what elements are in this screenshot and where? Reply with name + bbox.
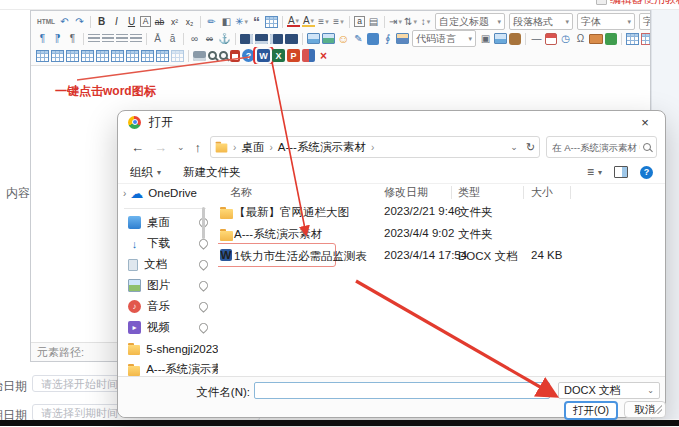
- baidu-map-icon[interactable]: [509, 33, 521, 45]
- align-right-icon[interactable]: [116, 34, 128, 43]
- sidebar-scrollbar[interactable]: [202, 207, 205, 239]
- resize-grip[interactable]: [652, 404, 662, 414]
- insert-image-icon[interactable]: [307, 33, 320, 44]
- font-family-select[interactable]: 字体▾: [577, 13, 635, 30]
- filetype-select[interactable]: DOCX 文档 ⌄: [558, 382, 660, 399]
- file-row[interactable]: W1铁力市生活必需品监测表2023/4/14 17:54DOCX 文档24 KB: [218, 245, 663, 267]
- address-bar[interactable]: ›桌面›A---系统演示素材› ⌄ ↻: [210, 136, 540, 158]
- special-char-icon[interactable]: Ω: [574, 32, 587, 46]
- sidebar-item-folder[interactable]: 5-shengji2023(: [118, 338, 218, 359]
- horizontal-rule-icon[interactable]: —: [530, 32, 543, 46]
- view-options-button[interactable]: ≡ ▾: [587, 165, 602, 179]
- table-merge-cells-icon[interactable]: [96, 50, 109, 62]
- letter-spacing-icon[interactable]: Ā: [151, 32, 164, 46]
- paragraph-mark-icon[interactable]: ¶: [66, 32, 79, 46]
- background-color-icon[interactable]: A: [302, 16, 315, 27]
- superscript-icon[interactable]: x²: [168, 15, 181, 29]
- sidebar-item-pictures[interactable]: 图片: [118, 275, 218, 296]
- paragraph-format-select[interactable]: 段落格式▾: [509, 13, 573, 30]
- link-icon[interactable]: ∞: [188, 32, 201, 46]
- background-icon[interactable]: [367, 33, 379, 45]
- strikethrough-icon[interactable]: ab: [153, 15, 166, 29]
- line-height-icon[interactable]: ↕: [419, 15, 432, 29]
- breadcrumb-segment[interactable]: 桌面: [241, 140, 264, 155]
- snapshot-icon[interactable]: [396, 33, 409, 44]
- import-word-icon[interactable]: W: [257, 49, 270, 62]
- recent-locations-icon[interactable]: ⌄: [177, 142, 185, 152]
- char-border-icon[interactable]: A: [140, 16, 151, 27]
- table-title-icon[interactable]: [156, 50, 169, 62]
- template-icon[interactable]: [605, 33, 617, 45]
- scrawl-icon[interactable]: ✎: [352, 32, 365, 46]
- anchor-icon[interactable]: ⚓: [218, 32, 231, 46]
- table-delete-row-icon[interactable]: [66, 50, 79, 62]
- info-icon[interactable]: ?: [640, 166, 653, 179]
- align-left-icon[interactable]: [88, 34, 100, 43]
- image-center-icon[interactable]: [255, 34, 268, 44]
- file-row[interactable]: 【最新】官网通栏大图2023/2/21 9:46文件夹: [218, 201, 663, 223]
- sidebar-item-music[interactable]: ♪音乐: [118, 296, 218, 317]
- paste-icon[interactable]: [230, 50, 240, 62]
- table-insert-row-icon[interactable]: [36, 50, 49, 62]
- font-size-select[interactable]: 字号▾: [639, 13, 650, 30]
- font-color-icon[interactable]: A: [287, 16, 300, 27]
- up-icon[interactable]: ↑: [195, 140, 202, 155]
- insert-code-icon[interactable]: ▣: [479, 32, 492, 46]
- table-insert-col-icon[interactable]: [51, 50, 64, 62]
- auto-typeset-icon[interactable]: ✳: [235, 15, 248, 29]
- table-sort-icon[interactable]: [171, 50, 184, 62]
- image-block-icon[interactable]: [285, 34, 298, 44]
- source-code-icon[interactable]: HTML: [36, 15, 56, 29]
- forward-icon[interactable]: →: [154, 140, 167, 155]
- filename-input[interactable]: [254, 382, 550, 399]
- table-merge-right-icon[interactable]: [126, 50, 139, 62]
- insert-frame-icon[interactable]: [265, 16, 278, 28]
- lowercase-icon[interactable]: a: [354, 16, 365, 27]
- sidebar-item-documents[interactable]: 文档: [118, 254, 218, 275]
- custom-title-select[interactable]: 自定义标题▾: [435, 13, 505, 30]
- print-icon[interactable]: [193, 51, 206, 61]
- import-excel-icon[interactable]: X: [272, 49, 285, 62]
- sidebar-item-folder[interactable]: A---系统演示素: [118, 359, 218, 377]
- search-input[interactable]: [547, 137, 656, 157]
- ltr-paragraph-icon[interactable]: ¶: [36, 32, 49, 46]
- format-brush-icon[interactable]: ✏: [205, 15, 218, 29]
- blockquote-icon[interactable]: “: [250, 15, 263, 29]
- sidebar-item-onedrive[interactable]: › ☁ OneDrive: [118, 183, 218, 203]
- column-header-1[interactable]: 名称: [230, 185, 252, 200]
- expander-icon[interactable]: ›: [123, 188, 126, 199]
- organize-button[interactable]: 组织 ▾: [130, 165, 161, 180]
- emoji-icon[interactable]: ☺: [337, 32, 350, 46]
- corner-note-text[interactable]: 编辑器使用教程: [610, 0, 679, 7]
- preview-icon[interactable]: [208, 51, 217, 60]
- redo-icon[interactable]: ↷: [73, 15, 86, 29]
- table-delete-col-icon[interactable]: [81, 50, 94, 62]
- date-icon[interactable]: [545, 33, 557, 45]
- code-language-select[interactable]: 代码语言▾: [412, 30, 476, 47]
- table-merge-down-icon[interactable]: [141, 50, 154, 62]
- align-justify-icon[interactable]: [130, 34, 142, 43]
- paragraph-spacing-icon[interactable]: ⇅: [404, 15, 417, 29]
- back-icon[interactable]: ←: [131, 140, 144, 155]
- indent-icon[interactable]: ⇥: [389, 15, 402, 29]
- column-header-4[interactable]: 大小: [531, 185, 553, 200]
- bold-icon[interactable]: B: [95, 15, 108, 29]
- undo-icon[interactable]: ↶: [58, 15, 71, 29]
- unlink-icon[interactable]: ∞: [203, 32, 216, 46]
- ordered-list-icon[interactable]: ≡: [317, 15, 330, 29]
- blank-doc-icon[interactable]: ▤: [367, 15, 380, 29]
- underline-icon[interactable]: U: [125, 15, 138, 29]
- refresh-icon[interactable]: ↻: [526, 141, 535, 154]
- image-float-right-icon[interactable]: [270, 34, 283, 44]
- time-icon[interactable]: ◷: [559, 32, 572, 46]
- address-dropdown-icon[interactable]: ⌄: [510, 142, 518, 152]
- map-icon[interactable]: [494, 33, 507, 44]
- image-float-left-icon[interactable]: [240, 34, 253, 44]
- image-manager-icon[interactable]: [322, 33, 335, 44]
- new-folder-button[interactable]: 新建文件夹: [183, 165, 241, 180]
- attachment-icon[interactable]: ∮: [381, 32, 394, 46]
- italic-icon[interactable]: I: [110, 15, 123, 29]
- remove-format-icon[interactable]: ◧: [220, 15, 233, 29]
- column-header-2[interactable]: 修改日期: [384, 185, 428, 200]
- help-icon[interactable]: ?: [242, 49, 255, 62]
